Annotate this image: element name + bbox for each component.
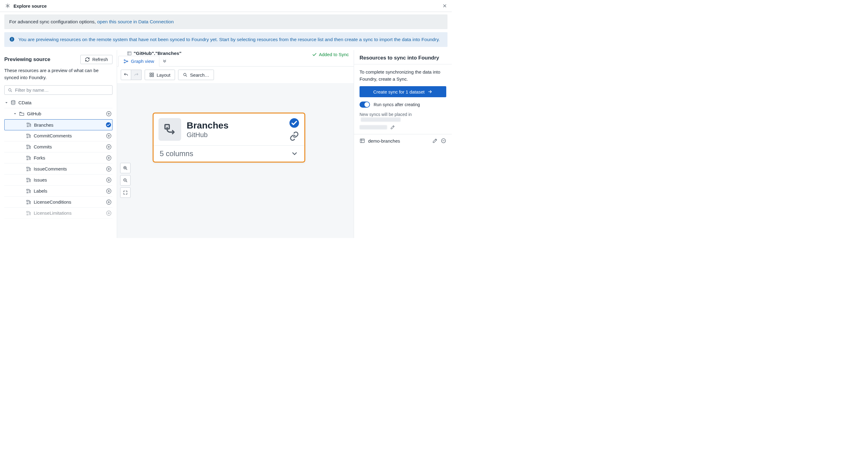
run-syncs-label: Run syncs after creating — [374, 102, 420, 107]
tree-item-label: LicenseLimitations — [34, 210, 71, 216]
right-heading: Resources to sync into Foundry — [360, 55, 446, 61]
edit-location-icon[interactable] — [390, 125, 395, 130]
svg-rect-32 — [152, 75, 154, 77]
zoom-in-button[interactable] — [120, 163, 130, 173]
add-icon[interactable] — [106, 177, 112, 183]
added-to-sync-badge: Added to Sync — [312, 52, 349, 57]
add-icon[interactable] — [106, 133, 112, 139]
placed-in-redacted-2 — [360, 125, 387, 129]
add-icon[interactable] — [106, 144, 112, 150]
added-check-icon[interactable] — [105, 122, 112, 128]
search-icon — [183, 72, 188, 77]
node-subtitle: GitHub — [187, 131, 283, 139]
add-icon[interactable] — [106, 210, 112, 216]
svg-rect-25 — [127, 52, 131, 55]
node-title: Branches — [187, 120, 283, 130]
table-icon — [26, 122, 32, 127]
link-icon[interactable] — [289, 131, 299, 141]
edit-sync-item-icon[interactable] — [432, 138, 438, 144]
tree-item-commits[interactable]: Commits — [4, 141, 113, 152]
svg-rect-9 — [27, 134, 28, 135]
tree-item-label: Issues — [34, 177, 47, 182]
left-description: These resources are a preview of what ca… — [4, 67, 113, 81]
add-folder-icon[interactable] — [106, 111, 112, 117]
table-icon — [127, 51, 132, 56]
tree-item-commitcomments[interactable]: CommitComments — [4, 130, 113, 141]
add-icon[interactable] — [106, 155, 112, 161]
node-columns-count: 5 columns — [160, 149, 193, 158]
right-description: To complete synchronizing the data into … — [360, 69, 446, 83]
window-title: Explore source — [13, 3, 46, 8]
svg-rect-21 — [27, 200, 28, 202]
chevron-down-icon[interactable] — [291, 150, 298, 157]
svg-rect-17 — [27, 178, 28, 179]
svg-rect-30 — [152, 73, 154, 75]
node-added-check-icon[interactable] — [289, 118, 300, 128]
tree-item-label: Branches — [34, 122, 53, 127]
refresh-button[interactable]: Refresh — [80, 55, 113, 64]
database-icon — [10, 100, 16, 106]
tree-item-issuecomments[interactable]: IssueComments — [4, 163, 113, 175]
filter-input-wrapper[interactable] — [4, 85, 113, 95]
redo-icon — [134, 72, 139, 77]
close-icon[interactable] — [442, 4, 447, 8]
search-button[interactable]: Search… — [178, 70, 214, 80]
add-icon[interactable] — [106, 199, 112, 205]
undo-button[interactable] — [121, 70, 131, 80]
refresh-icon — [85, 57, 90, 62]
add-icon[interactable] — [106, 166, 112, 172]
tree-item-licenseconditions[interactable]: LicenseConditions — [4, 197, 113, 208]
tree-root[interactable]: CData — [4, 97, 113, 108]
svg-point-26 — [124, 59, 125, 60]
run-syncs-toggle[interactable] — [360, 101, 370, 108]
svg-rect-13 — [27, 156, 28, 157]
remove-sync-item-icon[interactable] — [441, 138, 446, 144]
breadcrumb: "GitHub"."Branches" — [134, 51, 181, 56]
left-heading: Previewing source — [4, 56, 50, 63]
table-icon — [26, 144, 31, 150]
layout-button[interactable]: Layout — [145, 70, 175, 80]
arrow-right-icon — [428, 89, 432, 94]
folder-open-icon — [19, 111, 25, 117]
tree-item-branches[interactable]: Branches — [4, 119, 113, 130]
info-icon — [9, 36, 15, 42]
open-data-connection-link[interactable]: open this source in Data Connection — [97, 19, 174, 24]
tree-root-label: CData — [19, 100, 32, 105]
tab-more-button[interactable] — [159, 56, 170, 66]
tree-folder-label: GitHub — [27, 111, 41, 116]
table-icon — [26, 177, 31, 183]
preview-info-callout: You are previewing resources on the remo… — [4, 32, 447, 47]
placed-in-label: New syncs will be placed in — [360, 112, 412, 117]
tree-item-licenselimitations[interactable]: LicenseLimitations — [4, 208, 113, 219]
zoom-out-button[interactable] — [120, 175, 130, 185]
tree-item-labels[interactable]: Labels — [4, 185, 113, 197]
svg-rect-31 — [150, 75, 151, 77]
table-icon — [26, 210, 31, 216]
create-sync-button[interactable]: Create sync for 1 dataset — [360, 86, 446, 97]
double-chevron-down-icon — [162, 59, 167, 63]
tree-item-label: CommitComments — [34, 133, 72, 138]
node-type-icon — [158, 118, 181, 141]
tree-item-forks[interactable]: Forks — [4, 152, 113, 163]
zoom-fit-icon — [123, 190, 128, 195]
zoom-fit-button[interactable] — [120, 187, 130, 198]
graph-node-branches[interactable]: Branches GitHub 5 columns — [153, 113, 305, 162]
svg-rect-7 — [27, 123, 29, 124]
placed-in-redacted — [361, 117, 401, 122]
table-icon — [26, 155, 31, 161]
tree-item-label: LicenseConditions — [34, 199, 71, 205]
svg-rect-15 — [27, 167, 28, 168]
add-icon[interactable] — [106, 188, 112, 194]
svg-point-5 — [11, 100, 15, 102]
tab-graph-view[interactable]: Graph view — [118, 56, 159, 66]
search-icon — [8, 88, 12, 93]
tree-folder-github[interactable]: GitHub — [4, 108, 113, 119]
redo-button — [131, 70, 142, 80]
table-icon — [360, 138, 365, 144]
svg-rect-11 — [27, 145, 28, 146]
app-logo-icon — [5, 3, 10, 8]
tree-item-label: Commits — [34, 144, 52, 149]
chevron-down-icon — [13, 112, 17, 116]
tree-item-issues[interactable]: Issues — [4, 175, 113, 185]
filter-input[interactable] — [15, 87, 109, 93]
